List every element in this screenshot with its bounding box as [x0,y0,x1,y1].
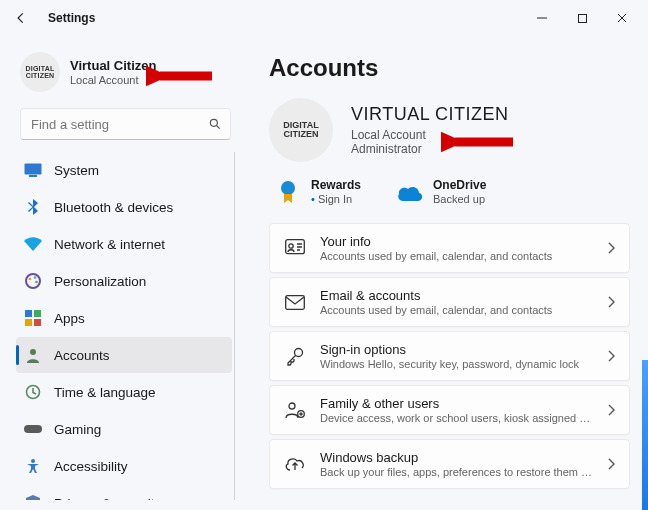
avatar: DIGITAL CITIZEN [269,98,333,162]
sidebar: DIGITAL CITIZEN Virtual Citizen Local Ac… [0,36,245,510]
sidebar-user-type: Local Account [70,74,156,86]
tile-onedrive[interactable]: OneDrive Backed up [397,178,486,205]
card-email-accounts[interactable]: Email & accounts Accounts used by email,… [269,277,630,327]
card-sign-in[interactable]: Sign-in options Windows Hello, security … [269,331,630,381]
svg-point-20 [295,349,303,357]
avatar-text: DIGITAL CITIZEN [283,121,318,140]
account-header: DIGITAL CITIZEN VIRTUAL CITIZEN Local Ac… [269,98,630,162]
tile-sub: Backed up [433,193,486,205]
card-sub: Device access, work or school users, kio… [320,412,593,424]
minimize-button[interactable] [522,3,562,33]
svg-rect-14 [24,425,42,433]
search-box[interactable] [20,108,231,140]
window-title: Settings [48,11,95,25]
settings-cards: Your info Accounts used by email, calend… [269,223,630,489]
chevron-right-icon [607,296,615,308]
svg-point-6 [34,276,37,279]
avatar-text: DIGITAL CITIZEN [26,65,55,80]
annotation-arrow [146,58,216,94]
titlebar: Settings [0,0,648,36]
back-button[interactable] [6,3,36,33]
accounts-icon [24,346,42,364]
network-icon [24,235,42,253]
sidebar-item-gaming[interactable]: Gaming [16,411,232,447]
svg-point-5 [29,278,32,281]
tile-rewards[interactable]: Rewards Sign In [275,178,361,205]
key-icon [284,345,306,367]
sidebar-item-system[interactable]: System [16,152,232,188]
search-input[interactable] [29,116,208,133]
svg-point-21 [289,403,295,409]
sidebar-item-accessibility[interactable]: Accessibility [16,448,232,484]
desktop-edge [642,360,648,510]
system-icon [24,161,42,179]
svg-point-18 [289,244,293,248]
time-icon [24,383,42,401]
personalization-icon [24,272,42,290]
card-sub: Back up your files, apps, preferences to… [320,466,593,478]
svg-rect-3 [29,175,37,177]
chevron-right-icon [607,458,615,470]
svg-point-1 [210,119,217,126]
sidebar-item-apps[interactable]: Apps [16,300,232,336]
sidebar-item-label: Personalization [54,274,146,289]
svg-rect-19 [286,295,305,309]
accessibility-icon [24,457,42,475]
card-sub: Accounts used by email, calendar, and co… [320,304,593,316]
sidebar-item-label: Accounts [54,348,110,363]
account-role: Administrator [351,142,509,156]
main-panel: Accounts DIGITAL CITIZEN VIRTUAL CITIZEN… [245,36,648,510]
sidebar-nav[interactable]: System Bluetooth & devices Network & int… [16,152,235,500]
sidebar-item-privacy[interactable]: Privacy & security [16,485,232,500]
bluetooth-icon [24,198,42,216]
svg-point-4 [26,274,40,288]
sidebar-item-accounts[interactable]: Accounts [16,337,232,373]
account-type: Local Account [351,128,509,142]
gaming-icon [24,420,42,438]
settings-window: Settings DIGITAL CITIZEN Virtual Citizen… [0,0,648,510]
sidebar-item-time[interactable]: Time & language [16,374,232,410]
chevron-right-icon [607,242,615,254]
tile-title: Rewards [311,178,361,192]
svg-point-16 [281,181,295,195]
rewards-icon [275,179,301,205]
card-family[interactable]: Family & other users Device access, work… [269,385,630,435]
onedrive-icon [397,179,423,205]
svg-rect-9 [34,310,41,317]
card-title: Your info [320,234,593,249]
sidebar-item-label: Gaming [54,422,101,437]
account-name: VIRTUAL CITIZEN [351,104,509,125]
close-button[interactable] [602,3,642,33]
account-tiles: Rewards Sign In OneDrive Backed up [269,178,630,205]
sidebar-item-network[interactable]: Network & internet [16,226,232,262]
card-title: Windows backup [320,450,593,465]
svg-rect-8 [25,310,32,317]
avatar: DIGITAL CITIZEN [20,52,60,92]
page-title: Accounts [269,54,630,82]
card-windows-backup[interactable]: Windows backup Back up your files, apps,… [269,439,630,489]
sidebar-item-label: Network & internet [54,237,165,252]
chevron-right-icon [607,350,615,362]
sidebar-item-label: Privacy & security [54,496,161,501]
maximize-button[interactable] [562,3,602,33]
sidebar-item-label: System [54,163,99,178]
svg-point-7 [35,281,38,284]
tile-sub: Sign In [311,193,361,205]
your-info-icon [284,237,306,259]
sidebar-user[interactable]: DIGITAL CITIZEN Virtual Citizen Local Ac… [16,46,235,106]
card-your-info[interactable]: Your info Accounts used by email, calend… [269,223,630,273]
family-icon [284,399,306,421]
card-sub: Windows Hello, security key, password, d… [320,358,593,370]
svg-rect-2 [25,164,42,175]
card-title: Family & other users [320,396,593,411]
svg-rect-11 [34,319,41,326]
card-sub: Accounts used by email, calendar, and co… [320,250,593,262]
tile-title: OneDrive [433,178,486,192]
svg-point-12 [30,349,36,355]
sidebar-item-label: Bluetooth & devices [54,200,173,215]
svg-point-15 [31,459,35,463]
sidebar-item-bluetooth[interactable]: Bluetooth & devices [16,189,232,225]
sidebar-user-name: Virtual Citizen [70,58,156,73]
sidebar-item-personalization[interactable]: Personalization [16,263,232,299]
email-icon [284,291,306,313]
